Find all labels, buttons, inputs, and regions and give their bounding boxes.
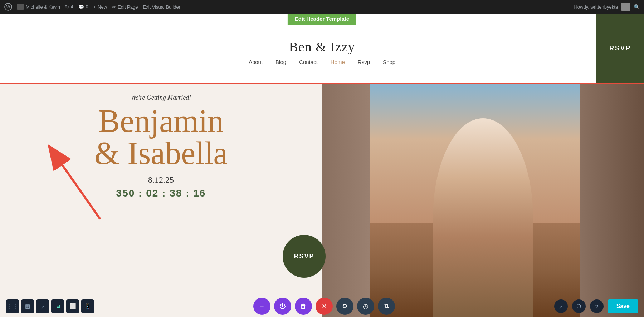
plus-icon: + [93,4,96,10]
question-icon: ? [595,303,598,309]
save-button[interactable]: Save [608,299,638,313]
comments-icon: 💬 [78,4,84,10]
subtitle-text: We're Getting Married! [131,94,191,101]
nav-shop[interactable]: Shop [383,59,395,65]
updates-icon: ↻ [65,4,69,10]
site-navigation: About Blog Contact Home Rsvp Shop [249,59,395,65]
pencil-icon: ✏ [112,4,116,10]
toolbar-left: ⋮⋮ ▦ ⌕ 🖥 ⬜ 📱 [6,299,94,313]
left-panel: We're Getting Married! Benjamin & Isabel… [0,83,322,317]
history-button[interactable]: ◷ [357,298,374,315]
photo-couple-silhouette [433,118,533,317]
updates-count: 4 [71,4,73,9]
photo-wall-left [322,83,370,317]
settings-button[interactable]: ⚙ [336,298,353,315]
bottom-toolbar: ⋮⋮ ▦ ⌕ 🖥 ⬜ 📱 [0,296,644,317]
nav-home[interactable]: Home [331,59,345,65]
site-header: Edit Header Template Ben & Izzy About Bl… [0,14,644,83]
arrows-icon: ⇅ [384,302,389,310]
grid-icon: ▦ [25,303,30,309]
rsvp-header-button[interactable]: RSVP [596,14,644,83]
hamburger-icon: ⋮⋮ [7,303,18,309]
couple-name: Benjamin & Isabella [94,105,228,169]
admin-bar-left: W Michelle & Kevin ↻ 4 💬 0 + New ✏ Edit … [4,3,568,11]
close-button[interactable]: ✕ [316,298,333,315]
nav-contact[interactable]: Contact [299,59,318,65]
search-right-icon: ⌕ [559,303,562,309]
site-title: Ben & Izzy [289,39,355,55]
plus-icon: + [260,303,264,310]
svg-text:W: W [6,5,10,9]
toolbar-menu-button[interactable]: ⋮⋮ [6,299,19,313]
rsvp-circle-button[interactable]: RSVP [283,235,326,278]
couple-photo [322,83,644,317]
search-icon: ⌕ [41,303,44,309]
toolbar-right: ⌕ ⬡ ? Save [554,299,638,313]
photo-wall-right [580,83,644,317]
help-button[interactable]: ? [590,299,604,313]
layers-icon: ⬡ [576,303,581,309]
right-panel [322,83,644,317]
site-name-label: Michelle & Kevin [26,4,60,10]
nav-about[interactable]: About [249,59,263,65]
toolbar-center: + ⏻ 🗑 ✕ ⚙ ◷ ⇅ [253,298,395,315]
tablet-icon: ⬜ [69,303,76,309]
user-avatar[interactable] [621,3,630,11]
toolbar-mobile-button[interactable]: 📱 [81,299,94,313]
exit-label: Exit Visual Builder [143,4,180,10]
toolbar-tablet-button[interactable]: ⬜ [66,299,79,313]
toolbar-desktop-button[interactable]: 🖥 [51,299,64,313]
edit-page-button[interactable]: ✏ Edit Page [112,4,138,10]
wedding-date: 8.12.25 [148,175,174,185]
new-label: New [98,4,107,10]
site-favicon [17,4,24,10]
exit-builder-button[interactable]: Exit Visual Builder [143,4,180,10]
countdown-timer: 350 : 02 : 38 : 16 [116,188,206,199]
main-content: We're Getting Married! Benjamin & Isabel… [0,83,644,317]
comments-count: 0 [86,4,88,9]
power-icon: ⏻ [279,303,286,310]
name-line2: & Isabella [94,135,228,171]
howdy-text: Howdy, writtenbyekta [574,4,618,10]
close-icon: ✕ [322,302,327,310]
gear-icon: ⚙ [342,302,348,310]
site-name-button[interactable]: Michelle & Kevin [17,4,60,10]
admin-search-icon[interactable]: 🔍 [634,4,640,10]
admin-bar-right: Howdy, writtenbyekta 🔍 [574,3,640,11]
mobile-icon: 📱 [84,303,91,309]
admin-bar: W Michelle & Kevin ↻ 4 💬 0 + New ✏ Edit … [0,0,644,14]
wp-logo-button[interactable]: W [4,3,12,11]
search-right-button[interactable]: ⌕ [554,299,568,313]
toolbar-search-button[interactable]: ⌕ [36,299,49,313]
updates-button[interactable]: ↻ 4 [65,4,73,10]
name-line1: Benjamin [98,103,224,139]
toolbar-grid-button[interactable]: ▦ [21,299,34,313]
page-content: Edit Header Template Ben & Izzy About Bl… [0,14,644,317]
new-button[interactable]: + New [93,4,107,10]
power-button[interactable]: ⏻ [274,298,291,315]
sort-button[interactable]: ⇅ [378,298,395,315]
edit-page-label: Edit Page [118,4,138,10]
layers-button[interactable]: ⬡ [572,299,586,313]
trash-icon: 🗑 [300,303,307,310]
edit-header-button[interactable]: Edit Header Template [288,13,356,25]
comments-button[interactable]: 💬 0 [78,4,88,10]
clock-icon: ◷ [363,302,369,310]
desktop-icon: 🖥 [55,303,60,309]
nav-blog[interactable]: Blog [275,59,286,65]
add-element-button[interactable]: + [253,298,270,315]
nav-rsvp[interactable]: Rsvp [358,59,370,65]
delete-button[interactable]: 🗑 [295,298,312,315]
